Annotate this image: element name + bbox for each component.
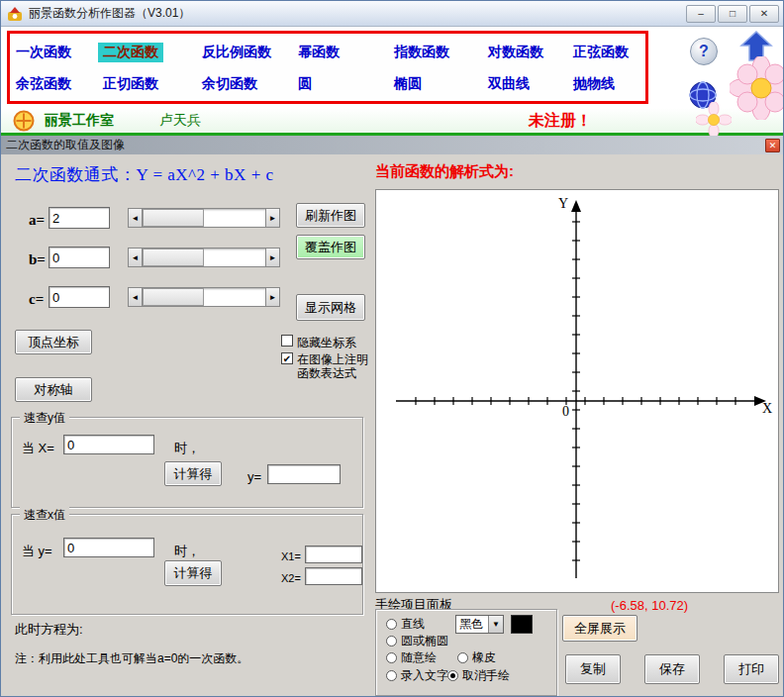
a-scrollbar[interactable]: ◄ ►: [128, 208, 280, 228]
a-label: a=: [29, 212, 45, 229]
nav-hyperbola[interactable]: 双曲线: [488, 75, 530, 93]
nav-power-function[interactable]: 幂函数: [298, 44, 340, 61]
quick-x-y-input[interactable]: [63, 538, 154, 557]
quick-y-prefix: 当 X=: [22, 440, 54, 457]
close-button[interactable]: ✕: [749, 5, 779, 23]
b-input[interactable]: [49, 247, 110, 268]
nav-quadratic-function[interactable]: 二次函数: [98, 43, 163, 62]
panel-titlebar: 二次函数的取值及图像 ✕: [1, 136, 784, 154]
line-radio[interactable]: 直线: [386, 616, 425, 633]
nav-parabola[interactable]: 抛物线: [573, 75, 615, 93]
plot-canvas[interactable]: Y X 0: [375, 189, 779, 593]
c-scroll-right-icon[interactable]: ►: [265, 287, 280, 307]
maximize-button[interactable]: □: [718, 5, 747, 23]
annotate-formula-checkbox[interactable]: ✔ 在图像上注明 函数表达式: [281, 352, 368, 380]
copy-button[interactable]: 复制: [565, 654, 621, 684]
circle-ellipse-radio[interactable]: 圆或椭圆: [386, 633, 448, 649]
vertex-coordinates-button[interactable]: 顶点坐标: [15, 330, 92, 354]
overlay-plot-button[interactable]: 覆盖作图: [296, 235, 365, 259]
b-scroll-thumb[interactable]: [143, 249, 204, 266]
fullscreen-button[interactable]: 全屏展示: [562, 615, 637, 642]
hide-axes-label: 隐藏坐标系: [297, 335, 356, 351]
nav-exponential-function[interactable]: 指数函数: [394, 44, 449, 61]
print-button[interactable]: 打印: [724, 654, 779, 684]
small-flower-decoration-icon: [696, 102, 732, 138]
annotate-label: 在图像上注明 函数表达式: [297, 352, 368, 380]
radio-icon[interactable]: [386, 619, 397, 630]
nav-ellipse[interactable]: 椭圆: [394, 75, 422, 93]
quick-y-group: 速查y值 当 X= 时， 计算得 y=: [11, 417, 363, 508]
minimize-button[interactable]: –: [686, 5, 716, 23]
c-scroll-thumb[interactable]: [143, 288, 204, 306]
register-status: 未注册！: [529, 111, 592, 132]
freehand-radio[interactable]: 随意绘: [386, 649, 437, 666]
question-mark-icon: ?: [699, 43, 709, 60]
checkbox-unchecked-icon[interactable]: [281, 335, 293, 347]
nav-sine-function[interactable]: 正弦函数: [573, 44, 629, 61]
b-label: b=: [29, 251, 46, 268]
quick-y-calc-button[interactable]: 计算得: [164, 461, 222, 486]
radio-icon[interactable]: [457, 652, 468, 663]
nav-cotangent-function[interactable]: 余切函数: [202, 75, 257, 93]
eraser-radio[interactable]: 橡皮: [457, 649, 496, 666]
color-select[interactable]: 黑色 ▼: [455, 615, 504, 634]
a-scroll-left-icon[interactable]: ◄: [128, 208, 143, 228]
c-input[interactable]: [49, 286, 110, 308]
topbar: 一次函数 二次函数 反比例函数 幂函数 指数函数 对数函数 正弦函数 余弦函数 …: [1, 27, 784, 108]
quick-y-result-label: y=: [247, 469, 261, 484]
a-input[interactable]: [49, 207, 110, 229]
radio-icon[interactable]: [386, 670, 397, 681]
quick-y-result-input[interactable]: [267, 464, 341, 484]
a-scroll-right-icon[interactable]: ►: [265, 208, 280, 228]
nav-cosine-function[interactable]: 余弦函数: [16, 75, 71, 93]
b-scrollbar[interactable]: ◄ ►: [128, 248, 280, 267]
nav-row-1: 一次函数 二次函数 反比例函数 幂函数 指数函数 对数函数 正弦函数: [16, 43, 645, 62]
refresh-plot-button[interactable]: 刷新作图: [296, 203, 365, 228]
save-button[interactable]: 保存: [644, 654, 700, 684]
quick-y-x-input[interactable]: [63, 435, 154, 454]
radio-icon[interactable]: [386, 636, 397, 647]
studio-logo-icon: [13, 110, 35, 132]
quick-x-suffix: 时，: [174, 543, 200, 560]
studio-name: 丽景工作室: [45, 112, 114, 130]
checkbox-checked-icon[interactable]: ✔: [281, 352, 293, 364]
studio-author: 卢天兵: [159, 112, 201, 130]
show-grid-button[interactable]: 显示网格: [296, 294, 365, 321]
cancel-draw-radio-label: 取消手绘: [462, 667, 510, 684]
x2-label: X2=: [281, 572, 301, 584]
x1-label: X1=: [281, 550, 301, 562]
b-scroll-right-icon[interactable]: ►: [265, 248, 280, 267]
dropdown-arrow-icon[interactable]: ▼: [488, 616, 503, 633]
quick-x-group: 速查x值 当 y= 时， 计算得 X1= X2=: [11, 514, 363, 615]
nav-tangent-function[interactable]: 正切函数: [103, 75, 158, 93]
hint-note: 注：利用此处工具也可解当a=0的一次函数。: [15, 650, 248, 667]
x2-result-input[interactable]: [305, 567, 362, 585]
radio-icon[interactable]: [386, 652, 397, 663]
b-scroll-track[interactable]: [143, 248, 265, 267]
symmetry-axis-button[interactable]: 对称轴: [15, 377, 92, 402]
nav-logarithm-function[interactable]: 对数函数: [488, 44, 543, 61]
a-scroll-thumb[interactable]: [143, 209, 204, 227]
x-axis-label: X: [762, 401, 772, 417]
b-scroll-left-icon[interactable]: ◄: [128, 248, 143, 267]
y-axis-label: Y: [558, 196, 568, 212]
c-scroll-left-icon[interactable]: ◄: [128, 287, 143, 307]
help-button[interactable]: ?: [690, 38, 718, 65]
nav-linear-function[interactable]: 一次函数: [16, 44, 71, 61]
draw-panel: 直线 圆或椭圆 随意绘 录入文字 黑色 ▼ 橡皮 取消手绘: [375, 609, 557, 696]
c-scroll-track[interactable]: [143, 287, 265, 307]
text-entry-radio[interactable]: 录入文字: [386, 667, 448, 684]
panel-close-button[interactable]: ✕: [765, 139, 780, 152]
radio-selected-icon[interactable]: [447, 670, 458, 681]
cancel-draw-radio[interactable]: 取消手绘: [447, 667, 510, 684]
cursor-coordinates: (-6.58, 10.72): [611, 598, 688, 613]
text-entry-radio-label: 录入文字: [401, 667, 448, 684]
app-icon: [7, 6, 23, 22]
c-scrollbar[interactable]: ◄ ►: [128, 287, 280, 307]
a-scroll-track[interactable]: [143, 208, 265, 228]
quick-x-calc-button[interactable]: 计算得: [164, 560, 222, 586]
x1-result-input[interactable]: [305, 546, 362, 563]
nav-circle[interactable]: 圆: [298, 75, 312, 93]
nav-inverse-function[interactable]: 反比例函数: [202, 44, 271, 61]
hide-axes-checkbox[interactable]: 隐藏坐标系: [281, 335, 356, 351]
